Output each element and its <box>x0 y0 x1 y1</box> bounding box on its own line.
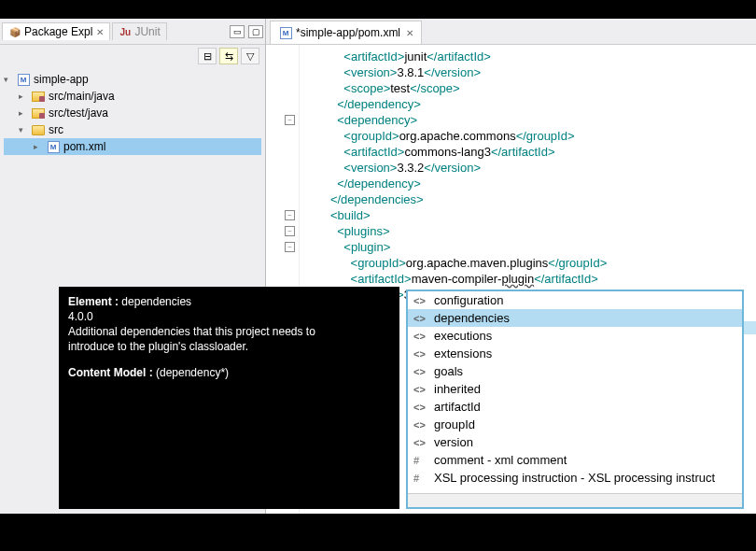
tab-junit[interactable]: Ju JUnit <box>112 22 166 40</box>
autocomplete-item[interactable]: <>inherited <box>408 380 742 398</box>
maximize-button[interactable]: ▢ <box>248 25 263 38</box>
code-line[interactable]: <plugin> <box>303 239 607 255</box>
editor-tab-label: *simple-app/pom.xml <box>296 26 400 39</box>
tree-label: src/test/java <box>49 106 108 120</box>
code-line[interactable]: <version>3.8.1</version> <box>303 64 607 80</box>
tree-label: simple-app <box>34 73 89 86</box>
code-content[interactable]: <artifactId>junit</artifactId> <version>… <box>303 49 607 303</box>
code-line[interactable]: <scope>test</scope> <box>303 80 607 96</box>
folder-icon <box>31 123 46 136</box>
autocomplete-item-label: inherited <box>434 382 481 396</box>
autocomplete-item[interactable]: <>configuration <box>408 291 742 309</box>
autocomplete-item[interactable]: #comment - xml comment <box>408 451 742 469</box>
autocomplete-list[interactable]: <>configuration<>dependencies<>execution… <box>408 291 742 493</box>
link-editor-button[interactable]: ⇆ <box>219 48 238 64</box>
code-line[interactable]: <artifactId>commons-lang3</artifactId> <box>303 144 607 160</box>
tab-label: Package Expl <box>24 25 92 38</box>
tooltip-element-name: dependencies <box>121 295 191 308</box>
element-info-tooltip: Element : dependencies 4.0.0 Additional … <box>59 287 399 509</box>
hash-icon: # <box>413 455 428 466</box>
explorer-toolbar: ⊟ ⇆ ▽ <box>0 45 265 67</box>
expand-icon[interactable]: ▸ <box>19 108 30 118</box>
autocomplete-item-label: version <box>434 435 473 449</box>
close-icon[interactable]: ✕ <box>96 27 104 37</box>
maven-file-icon <box>278 26 293 39</box>
code-line[interactable]: <version>3.3.2</version> <box>303 160 607 176</box>
fold-toggle[interactable]: − <box>285 115 295 125</box>
element-icon: <> <box>413 366 428 377</box>
tooltip-element-label: Element : <box>68 295 119 308</box>
editor-tab-pom-xml[interactable]: *simple-app/pom.xml ✕ <box>270 21 422 44</box>
expand-icon[interactable]: ▸ <box>34 142 45 151</box>
code-line[interactable]: <groupId>org.apache.commons</groupId> <box>303 128 607 144</box>
expand-icon[interactable]: ▾ <box>4 75 15 84</box>
autocomplete-item[interactable]: <>version <box>408 433 742 451</box>
tree-label: src/main/java <box>49 90 115 103</box>
view-menu-button[interactable]: ▽ <box>241 48 259 64</box>
code-line[interactable]: <build> <box>303 207 607 223</box>
autocomplete-popup: <>configuration<>dependencies<>execution… <box>406 290 744 509</box>
autocomplete-item-label: dependencies <box>434 311 510 325</box>
tooltip-content-model-label: Content Model : <box>68 366 153 379</box>
tooltip-description-1: Additional dependencies that this projec… <box>68 324 390 339</box>
code-line[interactable]: </dependency> <box>303 176 607 191</box>
tree-root-simple-app[interactable]: ▾ simple-app <box>4 71 261 88</box>
tree-label: pom.xml <box>63 140 105 153</box>
element-icon: <> <box>413 348 428 360</box>
project-tree: ▾ simple-app ▸ src/main/java ▸ src/test/… <box>0 67 265 159</box>
expand-icon[interactable]: ▸ <box>19 92 30 101</box>
fold-toggle[interactable]: − <box>285 242 295 252</box>
view-tabs: 📦 Package Expl ✕ Ju JUnit ▭ ▢ <box>0 19 265 45</box>
autocomplete-item[interactable]: <>executions <box>408 327 742 345</box>
close-icon[interactable]: ✕ <box>406 28 413 38</box>
autocomplete-item-label: executions <box>434 329 492 343</box>
collapse-all-button[interactable]: ⊟ <box>198 48 217 64</box>
element-icon: <> <box>413 437 428 448</box>
autocomplete-item[interactable]: <>dependencies <box>408 309 742 327</box>
element-icon: <> <box>413 313 428 324</box>
fold-toggle[interactable]: − <box>285 210 295 220</box>
element-icon: <> <box>413 295 428 306</box>
element-icon: <> <box>413 419 428 431</box>
code-line[interactable]: <artifactId>maven-compiler-plugin</artif… <box>303 271 607 287</box>
tree-node-pom-xml[interactable]: ▸ pom.xml <box>4 138 261 155</box>
horizontal-scrollbar[interactable] <box>408 493 742 507</box>
autocomplete-item[interactable]: <>goals <box>408 362 742 380</box>
autocomplete-item-label: configuration <box>434 293 503 307</box>
code-line[interactable]: <plugins> <box>303 223 607 239</box>
tree-node-src-main-java[interactable]: ▸ src/main/java <box>4 88 261 105</box>
autocomplete-item-label: artifactId <box>434 400 481 414</box>
tooltip-version: 4.0.0 <box>68 309 390 324</box>
element-icon: <> <box>413 331 428 342</box>
tree-label: src <box>49 123 63 136</box>
autocomplete-item[interactable]: <>artifactId <box>408 398 742 416</box>
editor-tabs: *simple-app/pom.xml ✕ <box>266 19 756 45</box>
hash-icon: # <box>413 473 428 484</box>
autocomplete-item-label: goals <box>434 364 463 378</box>
code-line[interactable]: <dependency> <box>303 112 607 128</box>
maven-project-icon <box>16 73 31 86</box>
autocomplete-item-label: XSL processing instruction - XSL process… <box>434 471 715 485</box>
autocomplete-item[interactable]: <>extensions <box>408 345 742 362</box>
code-line[interactable]: </dependencies> <box>303 191 607 207</box>
maven-file-icon <box>46 140 61 153</box>
tooltip-content-model-value: (dependency*) <box>156 366 229 379</box>
autocomplete-item[interactable]: <>groupId <box>408 416 742 433</box>
tab-package-explorer[interactable]: 📦 Package Expl ✕ <box>2 22 110 40</box>
expand-icon[interactable]: ▾ <box>19 125 30 134</box>
autocomplete-item[interactable]: #XSL processing instruction - XSL proces… <box>408 469 742 487</box>
code-line[interactable]: <artifactId>junit</artifactId> <box>303 49 607 64</box>
package-icon: 📦 <box>8 25 21 38</box>
autocomplete-item-label: comment - xml comment <box>434 453 567 467</box>
autocomplete-item-label: extensions <box>434 346 492 360</box>
tree-node-src[interactable]: ▾ src <box>4 121 261 138</box>
code-line[interactable]: <groupId>org.apache.maven.plugins</group… <box>303 255 607 271</box>
fold-toggle[interactable]: − <box>285 226 295 236</box>
tab-label: JUnit <box>134 25 160 38</box>
element-icon: <> <box>413 384 428 395</box>
minimize-button[interactable]: ▭ <box>230 25 245 38</box>
tree-node-src-test-java[interactable]: ▸ src/test/java <box>4 105 261 121</box>
autocomplete-item-label: groupId <box>434 417 475 431</box>
code-line[interactable]: </dependency> <box>303 96 607 112</box>
tooltip-description-2: introduce to the plugin's classloader. <box>68 339 390 354</box>
